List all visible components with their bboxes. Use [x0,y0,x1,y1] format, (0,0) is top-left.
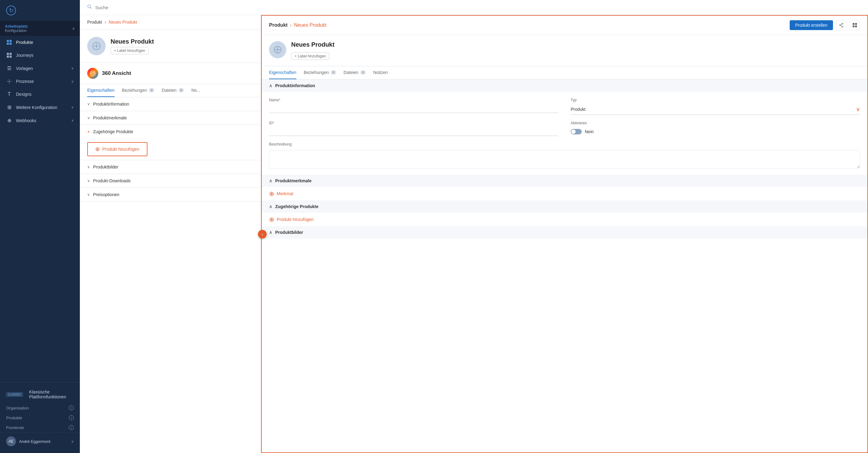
add-product-plus-icon: ⊕ [95,146,100,153]
right-label-button[interactable]: + Label hinzufügen [291,53,329,60]
sidebar-item-weitere[interactable]: ⊞ Weitere Konfiguration ∨ [0,101,80,114]
typ-select[interactable]: Produkt ∨ [571,104,860,115]
left-tab-no[interactable]: No... [191,84,200,97]
form-group-beschreibung: Beschreibung [269,142,860,168]
search-input[interactable] [95,5,861,10]
svg-rect-3 [9,43,12,45]
svg-rect-2 [7,43,9,45]
right-tab-beziehungen[interactable]: Beziehungen 0 [304,66,336,79]
sidebar-item-webhooks-label: Webhooks [16,118,36,123]
left-tab-dateien-badge: 0 [179,88,184,92]
left-section-downloads-header[interactable]: ∨ Produkt-Downloads [80,174,261,188]
create-product-button[interactable]: Produkt erstellen [790,20,833,30]
id-label: ID* [269,121,558,125]
grid-view-button[interactable] [849,20,860,30]
user-section[interactable]: AE André Eggermont ∨ [0,432,80,450]
svg-point-8 [9,81,10,82]
left-tab-dateien[interactable]: Dateien 0 [162,84,184,97]
user-avatar: AE [6,436,16,446]
vorlagen-chevron-icon: ∨ [71,66,74,70]
add-product-right-button[interactable]: ⊕ Produkt hinzufügen [262,213,321,226]
id-input[interactable] [269,127,558,136]
right-section-zugehoerige-header[interactable]: ∧ Zugehörige Produkte [262,200,867,213]
zugehoerige-chevron-icon: ∧ [87,130,90,134]
sidebar-item-designs[interactable]: T Designs [0,88,80,101]
panel-toggle-button[interactable]: › [258,230,267,238]
left-section-produktbilder-header[interactable]: ∨ Produktbilder [80,160,261,174]
logo-icon: ↻ [6,5,16,15]
designs-icon: T [6,92,12,97]
form-group-typ: Typ Produkt ∨ [571,98,860,115]
right-section-produktmerkmale-header[interactable]: ∧ Produktmerkmale [262,174,867,187]
right-tab-dateien[interactable]: Dateien 0 [344,66,366,79]
left-section-zugehoerige: ∧ Zugehörige Produkte ⊕ Produkt hinzufüg… [80,125,261,160]
aktivieren-toggle-label: Nein [585,129,594,134]
user-chevron-icon: ∨ [71,440,74,444]
prozesse-icon [6,78,12,84]
left-section-zugehoerige-header[interactable]: ∧ Zugehörige Produkte [80,125,261,138]
right-section-produktbilder-header[interactable]: ∧ Produktbilder [262,226,867,238]
left-tab-beziehungen[interactable]: Beziehungen 0 [122,84,155,97]
left-add-product-button[interactable]: ⊕ Produkt hinzufügen [87,142,148,156]
left-section-produktmerkmale-header[interactable]: ∨ Produktmerkmale [80,111,261,125]
main-area: Produkt › Neues Produkt Neues Produkt + … [80,0,868,453]
form-row-id-aktivieren: ID* Aktivieren Nein [269,121,860,136]
workspace-section[interactable]: Arbeitsplatz Konfiguration ∨ [0,21,80,36]
right-tab-notizen[interactable]: Notizen [373,66,388,79]
left-label-button[interactable]: + Label hinzufügen [111,47,149,54]
preisoptionen-label: Preisoptionen [93,192,120,197]
aktivieren-label: Aktivieren [571,121,860,125]
left-tab-eigenschaften[interactable]: Eigenschaften [87,84,115,97]
add-merkmal-button[interactable]: ⊕ Merkmal [262,187,301,200]
svg-point-21 [842,26,843,27]
content-wrapper: Produkt › Neues Produkt Neues Produkt + … [80,15,868,453]
sidebar-item-webhooks[interactable]: ⊕ Webhooks ∨ [0,114,80,127]
beschreibung-textarea[interactable] [269,150,860,168]
aktivieren-toggle-group: Nein [571,129,860,134]
svg-point-20 [839,25,841,26]
name-input[interactable] [269,104,558,113]
svg-point-19 [842,23,843,24]
weitere-icon: ⊞ [6,104,12,110]
sidebar-item-produkte[interactable]: Produkte [0,36,80,49]
right-product-avatar [269,41,286,58]
produktinfo-label: Produktinformation [93,102,129,106]
left-product-header: Neues Produkt + Label hinzufügen [80,29,261,63]
sidebar-bottom: CLASSIC Klassische Plattformfunktionen O… [0,382,80,453]
aktivieren-toggle[interactable] [571,129,582,134]
svg-rect-24 [852,23,855,25]
frontends-label: Frontends [6,425,24,430]
info-item-produkte[interactable]: Produkte i [0,413,80,423]
info-item-frontends[interactable]: Frontends i [0,423,80,432]
right-produktmerkmale-label: Produktmerkmale [275,178,311,183]
left-product-avatar [87,37,106,55]
sidebar-item-weitere-label: Weitere Konfiguration [16,105,57,110]
sidebar-item-produkte-label: Produkte [16,40,33,45]
left-panel: Produkt › Neues Produkt Neues Produkt + … [80,15,261,453]
sidebar-item-journeys-label: Journeys [16,53,33,58]
share-button[interactable] [836,20,846,30]
produkte-icon [6,40,12,45]
organisation-info-icon: i [69,406,74,410]
sidebar-item-vorlagen[interactable]: ☰ Vorlagen ∨ [0,62,80,75]
preisoptionen-chevron-icon: ∨ [87,192,90,197]
add-merkmal-label: Merkmal [277,191,293,196]
svg-rect-4 [7,53,9,55]
sidebar-item-journeys[interactable]: Journeys [0,49,80,62]
classic-platform-item[interactable]: CLASSIC Klassische Plattformfunktionen [0,386,80,403]
right-tab-eigenschaften[interactable]: Eigenschaften [269,66,297,79]
produktinfo-chevron-icon: ∨ [87,102,90,106]
svg-rect-5 [9,53,12,55]
organisation-label: Organisation [6,406,29,410]
sidebar-item-prozesse[interactable]: Prozesse ∨ [0,75,80,88]
vorlagen-icon: ☰ [6,65,12,71]
right-breadcrumb-sep-icon: › [290,23,291,28]
left-tabs: Eigenschaften Beziehungen 0 Dateien 0 No… [80,84,261,97]
right-section-produktinformation-header[interactable]: ∧ Produktinformation [262,79,867,92]
info-item-organisation[interactable]: Organisation i [0,403,80,413]
right-produktmerkmale-body: ⊕ Merkmal [262,187,867,200]
left-section-preisoptionen-header[interactable]: ∨ Preisoptionen [80,188,261,201]
add-merkmal-icon: ⊕ [269,190,274,197]
svg-rect-27 [855,26,857,27]
left-section-produktinformation-header[interactable]: ∨ Produktinformation [80,97,261,111]
